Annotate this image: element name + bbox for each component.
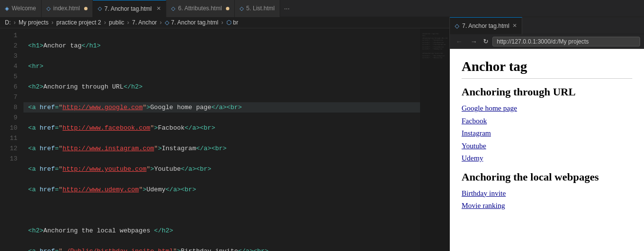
code-line-5: <a href="http://www.facebook.com">Facboo…: [23, 123, 420, 133]
preview-tab-close[interactable]: ✕: [512, 23, 517, 29]
tab-index-icon: ◇: [46, 5, 50, 12]
preview-link-birthday[interactable]: Birthday invite: [462, 187, 632, 200]
tab-anchor-label: 7. Anchor tag.html: [105, 5, 152, 12]
tab-attributes-dot: [226, 7, 229, 10]
tab-overflow-button[interactable]: ···: [280, 0, 294, 17]
code-line-8: <a href="http://www.udemy.com">Udemy</a>…: [23, 184, 420, 195]
minimap: <h1>Anchor tag</h1> <hr> <h2>Anchoring t…: [420, 28, 449, 251]
preview-section1-heading: Anchoring through URL: [462, 86, 632, 98]
preview-tab-label: 7. Anchor tag.html: [462, 23, 510, 29]
address-bar[interactable]: [492, 37, 640, 46]
preview-hr: [462, 78, 632, 79]
line-numbers: 1 2 3 4 5 6 7 8 9 10 11 12 13: [0, 28, 23, 251]
code-line-6: <a href="http://www.instagram.com">Insta…: [23, 143, 420, 154]
preview-content: Anchor tag Anchoring through URL Google …: [450, 49, 644, 251]
preview-pane: ◇ 7. Anchor tag.html ✕ ← → ↻ Anchor tag …: [450, 17, 644, 251]
preview-link-youtube[interactable]: Youtube: [462, 140, 632, 153]
code-line-11: <a href="./Public/birthday incite.html">…: [23, 246, 420, 251]
tab-list-icon: ◇: [240, 5, 244, 12]
code-line-4: <a href="http://www.google.com">Google h…: [23, 102, 420, 113]
tab-index-label: index.html: [53, 5, 80, 12]
breadcrumb-myprojects: My projects: [19, 19, 48, 26]
tab-anchor[interactable]: ◇ 7. Anchor tag.html ✕: [93, 0, 167, 17]
preview-link-instagram[interactable]: Instagram: [462, 127, 632, 140]
code-line-7: <a href="http://www.youtube.com">Youtube…: [23, 164, 420, 174]
tab-index-dot: [84, 7, 88, 10]
back-button[interactable]: ←: [454, 37, 465, 46]
preview-heading: Anchor tag: [462, 59, 632, 74]
main-content: D: › My projects › practice project 2 › …: [0, 17, 644, 251]
preview-tab-icon: ◇: [455, 23, 459, 29]
breadcrumb-file: ◇ 7. Anchor tag.html: [165, 19, 219, 26]
code-line-3: <h2>Anchoring through URL</h2>: [23, 82, 420, 92]
tab-anchor-close[interactable]: ✕: [156, 5, 161, 12]
tab-list[interactable]: ◇ 5. List.html: [235, 0, 280, 17]
breadcrumb-3d-icon: ⬡: [226, 19, 231, 26]
preview-toolbar: ← → ↻: [450, 34, 644, 49]
tab-index[interactable]: ◇ index.html: [42, 0, 93, 17]
tab-welcome-icon: ◈: [5, 5, 9, 12]
tab-attributes-label: 6. Attributes.html: [178, 5, 222, 12]
breadcrumb-file-icon: ◇: [165, 19, 169, 26]
preview-link-facebook[interactable]: Facbook: [462, 115, 632, 128]
breadcrumb-filename: 7. Anchor tag.html: [171, 19, 219, 26]
breadcrumb-d: D:: [5, 19, 11, 26]
forward-button[interactable]: →: [468, 37, 479, 46]
code-line-10: <h2>Anchoring the local webpages </h2>: [23, 226, 420, 236]
breadcrumb: D: › My projects › practice project 2 › …: [0, 17, 449, 28]
tab-attributes[interactable]: ◇ 6. Attributes.html: [166, 0, 234, 17]
code-line-2: <hr>: [23, 61, 420, 71]
preview-tab-bar: ◇ 7. Anchor tag.html ✕: [450, 17, 644, 34]
breadcrumb-anchor-folder: 7. Anchor: [132, 19, 157, 26]
preview-link-movie[interactable]: Movie ranking: [462, 200, 632, 212]
preview-link-google[interactable]: Google home page: [462, 102, 632, 115]
breadcrumb-public: public: [109, 19, 124, 26]
code-line-9: [23, 205, 420, 215]
tab-list-label: 5. List.html: [246, 5, 275, 12]
minimap-code: <h1>Anchor tag</h1> <hr> <h2>Anchoring t…: [422, 30, 447, 61]
preview-link-udemy[interactable]: Udemy: [462, 152, 632, 165]
tab-attributes-icon: ◇: [171, 5, 175, 12]
tab-welcome[interactable]: ◈ Welcome: [0, 0, 42, 17]
breadcrumb-practice: practice project 2: [56, 19, 101, 26]
tab-welcome-label: Welcome: [12, 5, 36, 12]
tab-anchor-icon: ◇: [98, 5, 102, 12]
breadcrumb-br: br: [233, 19, 239, 26]
code-line-1: <h1>Anchor tag</h1>: [23, 41, 420, 51]
preview-section2-heading: Anchoring the local webpages: [462, 171, 632, 183]
code-content: <h1>Anchor tag</h1> <hr> <h2>Anchoring t…: [23, 28, 420, 251]
editor-pane: D: › My projects › practice project 2 › …: [0, 17, 450, 251]
refresh-button[interactable]: ↻: [483, 38, 489, 45]
tab-bar: ◈ Welcome ◇ index.html ◇ 7. Anchor tag.h…: [0, 0, 644, 17]
code-area[interactable]: 1 2 3 4 5 6 7 8 9 10 11 12 13 <h1>Anchor…: [0, 28, 449, 251]
preview-tab-anchor[interactable]: ◇ 7. Anchor tag.html ✕: [450, 17, 522, 34]
